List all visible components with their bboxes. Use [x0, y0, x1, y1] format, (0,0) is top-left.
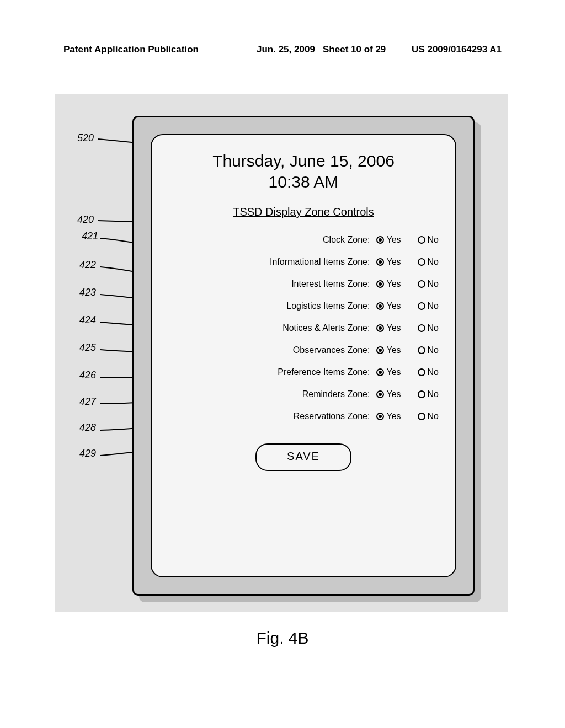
zone-label: Preference Items Zone: [168, 367, 372, 377]
zone-label: Notices & Alerts Zone: [168, 323, 372, 333]
header-patno: US 2009/0164293 A1 [412, 44, 502, 55]
radio-dot-icon [376, 258, 384, 266]
zone-label: Reservations Zone: [168, 411, 372, 421]
radio-no[interactable]: No [418, 257, 439, 267]
zone-list: Clock Zone:YesNoInformational Items Zone… [168, 235, 439, 421]
radio-no[interactable]: No [418, 323, 439, 333]
radio-yes-label: Yes [386, 345, 401, 355]
radio-yes-label: Yes [386, 411, 401, 421]
radio-dot-icon [418, 324, 425, 332]
ref-423: 423 [79, 287, 96, 298]
ref-421: 421 [82, 231, 98, 242]
radio-no-label: No [428, 257, 439, 267]
radio-yes-label: Yes [386, 323, 401, 333]
radio-yes-label: Yes [386, 257, 401, 267]
radio-dot-icon [376, 413, 384, 420]
ref-422: 422 [79, 259, 96, 271]
radio-dot-icon [376, 390, 384, 398]
header-date: Jun. 25, 2009 [257, 44, 315, 55]
zone-row: Preference Items Zone:YesNo [168, 367, 439, 377]
radio-no-label: No [428, 345, 439, 355]
ref-426: 426 [79, 370, 96, 381]
ref-424: 424 [79, 314, 96, 326]
radio-yes[interactable]: Yes [376, 235, 401, 245]
radio-no[interactable]: No [418, 279, 439, 289]
zone-label: Informational Items Zone: [168, 257, 372, 267]
radio-dot-icon [418, 413, 425, 420]
zone-row: Reminders Zone:YesNo [168, 389, 439, 399]
zone-row: Informational Items Zone:YesNo [168, 257, 439, 267]
radio-no[interactable]: No [418, 389, 439, 399]
figure-caption: Fig. 4B [0, 629, 565, 647]
radio-dot-icon [418, 390, 425, 398]
radio-dot-icon [376, 280, 384, 288]
radio-dot-icon [376, 324, 384, 332]
ref-429: 429 [79, 448, 96, 459]
radio-no-label: No [428, 367, 439, 377]
zone-label: Reminders Zone: [168, 389, 372, 399]
radio-no-label: No [428, 301, 439, 311]
ref-427: 427 [79, 396, 96, 408]
ref-428: 428 [79, 422, 96, 433]
radio-dot-icon [418, 346, 425, 354]
date-line: Thursday, June 15, 2006 [168, 152, 439, 170]
zone-row: Logistics Items Zone:YesNo [168, 301, 439, 311]
device: Thursday, June 15, 2006 10:38 AM TSSD Di… [132, 116, 475, 596]
zone-label: Logistics Items Zone: [168, 301, 372, 311]
radio-dot-icon [376, 346, 384, 354]
radio-no[interactable]: No [418, 411, 439, 421]
radio-yes[interactable]: Yes [376, 301, 401, 311]
radio-no-label: No [428, 279, 439, 289]
device-frame: Thursday, June 15, 2006 10:38 AM TSSD Di… [132, 116, 475, 596]
radio-dot-icon [418, 258, 425, 266]
radio-no-label: No [428, 411, 439, 421]
radio-no-label: No [428, 323, 439, 333]
zone-row: Observances Zone:YesNo [168, 345, 439, 355]
radio-no[interactable]: No [418, 367, 439, 377]
radio-yes[interactable]: Yes [376, 323, 401, 333]
radio-no-label: No [428, 235, 439, 245]
radio-dot-icon [376, 236, 384, 244]
zone-row: Interest Items Zone:YesNo [168, 279, 439, 289]
section-title: TSSD Display Zone Controls [168, 206, 439, 218]
radio-dot-icon [418, 302, 425, 310]
radio-no-label: No [428, 389, 439, 399]
header-sheet: Sheet 10 of 29 [323, 44, 386, 55]
radio-yes[interactable]: Yes [376, 389, 401, 399]
radio-yes[interactable]: Yes [376, 345, 401, 355]
zone-label: Interest Items Zone: [168, 279, 372, 289]
radio-dot-icon [418, 236, 425, 244]
header-publication: Patent Application Publication [63, 44, 199, 55]
radio-yes-label: Yes [386, 235, 401, 245]
zone-row: Clock Zone:YesNo [168, 235, 439, 245]
zone-label: Observances Zone: [168, 345, 372, 355]
zone-label: Clock Zone: [168, 235, 372, 245]
radio-yes-label: Yes [386, 279, 401, 289]
radio-no[interactable]: No [418, 345, 439, 355]
radio-no[interactable]: No [418, 301, 439, 311]
radio-dot-icon [418, 368, 425, 376]
radio-dot-icon [418, 280, 425, 288]
radio-yes[interactable]: Yes [376, 367, 401, 377]
radio-yes-label: Yes [386, 301, 401, 311]
figure-area: 520 420 421 422 423 424 425 426 427 428 … [55, 94, 508, 612]
radio-dot-icon [376, 368, 384, 376]
save-button[interactable]: SAVE [255, 443, 351, 471]
radio-dot-icon [376, 302, 384, 310]
radio-yes[interactable]: Yes [376, 257, 401, 267]
zone-row: Reservations Zone:YesNo [168, 411, 439, 421]
radio-yes-label: Yes [386, 367, 401, 377]
screen: Thursday, June 15, 2006 10:38 AM TSSD Di… [151, 134, 456, 577]
radio-yes-label: Yes [386, 389, 401, 399]
radio-yes[interactable]: Yes [376, 411, 401, 421]
ref-420: 420 [77, 214, 94, 226]
zone-row: Notices & Alerts Zone:YesNo [168, 323, 439, 333]
radio-no[interactable]: No [418, 235, 439, 245]
ref-425: 425 [79, 342, 96, 354]
time-line: 10:38 AM [168, 173, 439, 191]
ref-520: 520 [77, 132, 94, 144]
radio-yes[interactable]: Yes [376, 279, 401, 289]
